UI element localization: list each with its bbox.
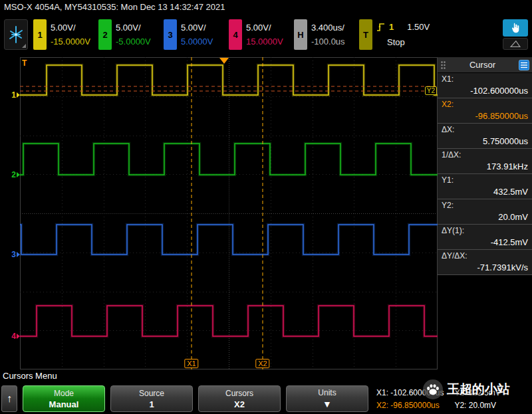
channel-marker-number: 2 <box>11 170 16 179</box>
cursor-row-y1[interactable]: Y1:432.5mV <box>438 174 532 199</box>
cursor-row-1x[interactable]: 1/ΔX:173.91kHz <box>438 149 532 174</box>
acquisition-status: Stop <box>376 37 430 47</box>
channel-2-ground-marker[interactable]: 2 <box>11 169 20 180</box>
back-button[interactable]: ↑ <box>1 385 17 412</box>
cursor-row-value: 5.750000us <box>442 136 528 146</box>
top-right-buttons <box>503 19 528 50</box>
cursor-panel: Cursor X1:-102.600000usX2:-96.850000usΔX… <box>438 57 532 275</box>
paw-icon <box>423 379 443 399</box>
channel-marker-number: 3 <box>11 250 16 259</box>
watermark: 王超的小站 <box>423 379 510 399</box>
channel-3-offset: 5.0000V <box>181 37 223 47</box>
cursor-row-x[interactable]: ΔX:5.750000us <box>438 124 532 149</box>
cursor-row-value: -102.600000us <box>442 86 528 96</box>
back-arrow-icon: ↑ <box>7 393 12 404</box>
drag-grip-icon <box>440 60 446 70</box>
trigger-key-button[interactable]: T <box>359 19 372 50</box>
cursor-row-value: -96.850000us <box>442 111 528 121</box>
softkey-value: Manual <box>49 399 79 409</box>
trigger-level-marker: T <box>22 58 27 68</box>
channel-1-block: 15.00V/-15.0000V <box>33 19 93 50</box>
cursor-panel-header[interactable]: Cursor <box>438 57 532 73</box>
cursor-row-label: ΔX: <box>442 125 528 134</box>
triangle-arrow-icon <box>509 40 521 48</box>
trigger-source: 1 <box>389 22 394 32</box>
channel-4-scale: 5.00V/ <box>246 23 289 33</box>
panel-menu-icon[interactable] <box>519 60 529 70</box>
softkey-source[interactable]: Source1 <box>110 385 193 412</box>
waveform-display[interactable]: TX1X2Y2 <box>20 57 438 369</box>
softkey-units[interactable]: Units▼ <box>286 385 368 412</box>
oscilloscope-screen: MSO-X 4054A, MY54310535: Mon Dec 13 14:3… <box>0 0 532 414</box>
cursor-row-value: 20.0mV <box>442 212 528 222</box>
cursor-row-x1[interactable]: X1:-102.600000us <box>438 73 532 98</box>
cursor-x2-label[interactable]: X2 <box>255 359 269 368</box>
horizontal-offset: -100.0us <box>311 37 354 47</box>
cursor-row-label: X1: <box>442 74 528 84</box>
quick-action-button[interactable] <box>503 38 528 50</box>
cursor-row-label: Y2: <box>442 201 528 210</box>
touch-toggle-button[interactable] <box>503 19 528 37</box>
cursor-row-value: 432.5mV <box>442 187 528 197</box>
trigger-block: T 1 1.50V Stop <box>359 19 430 50</box>
keysight-logo-button[interactable] <box>4 19 28 50</box>
channel-3-values[interactable]: 5.00V/5.0000V <box>177 19 223 50</box>
softkey-cursors[interactable]: CursorsX2 <box>198 385 281 412</box>
channel-2-offset: -5.0000V <box>116 37 158 47</box>
softkey-value: 1 <box>149 399 154 409</box>
readout-line: Y2: 20.0mV <box>454 401 500 410</box>
trigger-edge-icon <box>376 23 385 32</box>
channel-3-ground-marker[interactable]: 3 <box>11 249 20 260</box>
softkey-label: Mode <box>54 389 74 398</box>
channel-2-button[interactable]: 2 <box>98 19 112 50</box>
channel-4-offset: 15.0000V <box>246 37 289 47</box>
channel-4-ground-marker[interactable]: 4 <box>11 331 20 342</box>
channel-2-values[interactable]: 5.00V/-5.0000V <box>112 19 158 50</box>
cursor-row-value: -412.5mV <box>442 237 528 247</box>
units-down-arrow-icon: ▼ <box>323 399 332 409</box>
control-bar: 15.00V/-15.0000V25.00V/-5.0000V35.00V/5.… <box>0 15 532 54</box>
cursor-panel-rows: X1:-102.600000usX2:-96.850000usΔX:5.7500… <box>438 73 532 275</box>
channel-4-block: 45.00V/15.0000V <box>229 19 289 50</box>
channel-1-values[interactable]: 5.00V/-15.0000V <box>47 19 93 50</box>
horizontal-values[interactable]: 3.400us/ -100.0us <box>307 19 354 50</box>
channel-3-button[interactable]: 3 <box>164 19 177 50</box>
cursor-row-yx[interactable]: ΔY/ΔX:-71.7391kV/s <box>438 250 532 275</box>
cursor-row-label: X2: <box>442 100 528 109</box>
plot-overlays: TX1X2Y2 <box>20 57 438 369</box>
cursor-row-label: 1/ΔX: <box>442 150 528 159</box>
cursor-panel-title: Cursor <box>449 60 516 70</box>
softkey-mode[interactable]: ModeManual <box>23 385 105 412</box>
cursor-y2-label[interactable]: Y2 <box>425 86 437 95</box>
channel-2-block: 25.00V/-5.0000V <box>98 19 158 50</box>
softkey-label: Units <box>318 388 336 397</box>
cursor-row-y1[interactable]: ΔY(1):-412.5mV <box>438 225 532 250</box>
readout-line: X2: -96.850000us <box>376 401 444 410</box>
channel-3-block: 35.00V/5.0000V <box>164 19 223 50</box>
trigger-level: 1.50V <box>407 22 430 32</box>
cursor-row-label: Y1: <box>442 175 528 185</box>
channel-marker-number: 1 <box>11 90 16 100</box>
horizontal-key-button[interactable]: H <box>294 19 307 50</box>
softkey-label: Cursors <box>225 389 253 398</box>
channel-marker-number: 4 <box>11 332 16 341</box>
cursor-x1-label[interactable]: X1 <box>184 359 198 368</box>
cursor-row-label: ΔY/ΔX: <box>442 251 528 260</box>
channel-1-offset: -15.0000V <box>51 37 93 47</box>
menu-title-text: Cursors Menu <box>3 371 57 381</box>
softkey-list: ModeManualSource1CursorsX2Units▼ <box>23 385 368 412</box>
title-text: MSO-X 4054A, MY54310535: Mon Dec 13 14:3… <box>4 2 225 12</box>
channel-1-ground-marker[interactable]: 1 <box>11 90 20 100</box>
cursor-row-x2[interactable]: X2:-96.850000us <box>438 98 532 124</box>
cursor-row-y2[interactable]: Y2:20.0mV <box>438 199 532 225</box>
channel-4-button[interactable]: 4 <box>229 19 242 50</box>
trigger-values[interactable]: 1 1.50V Stop <box>376 19 430 50</box>
channel-ground-markers: 1234 <box>0 57 20 369</box>
cursor-row-value: 173.91kHz <box>442 161 528 171</box>
spark-icon <box>8 25 24 44</box>
channel-1-button[interactable]: 1 <box>33 19 47 50</box>
channel-blocks: 15.00V/-15.0000V25.00V/-5.0000V35.00V/5.… <box>33 19 289 50</box>
channel-4-values[interactable]: 5.00V/15.0000V <box>242 19 289 50</box>
channel-3-scale: 5.00V/ <box>181 23 223 33</box>
horizontal-block: H 3.400us/ -100.0us <box>294 19 354 50</box>
